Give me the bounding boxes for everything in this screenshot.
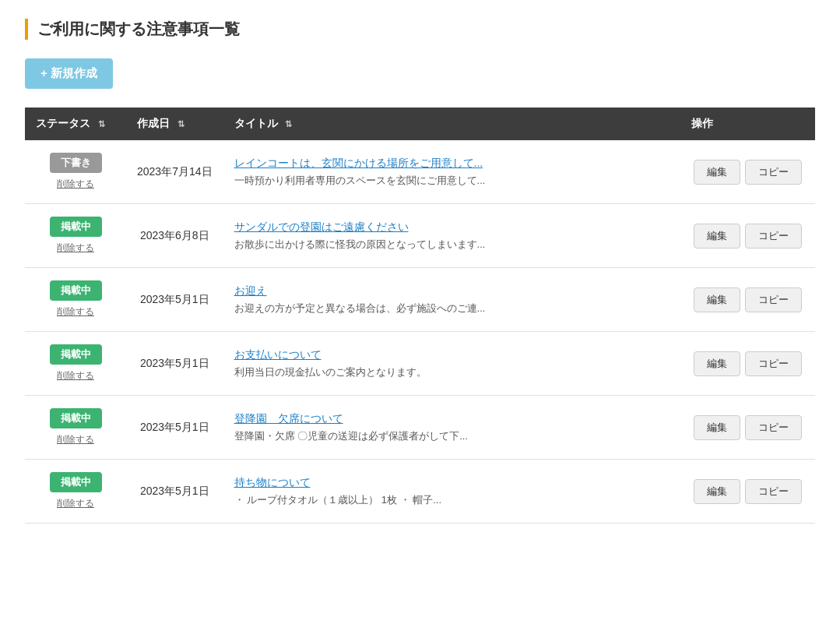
header-date: 作成日 ⇅ — [126, 108, 223, 140]
table-row: 掲載中削除する2023年6月8日サンダルでの登園はご遠慮くださいお散歩に出かける… — [25, 204, 815, 268]
status-cell: 掲載中削除する — [25, 268, 126, 332]
delete-link[interactable]: 削除する — [36, 497, 115, 510]
title-link[interactable]: レインコートは、玄関にかける場所をご用意して... — [234, 157, 670, 171]
status-badge: 掲載中 — [50, 472, 102, 492]
title-desc: 利用当日の現金払いのご案内となります。 — [234, 366, 427, 378]
header-status: ステータス ⇅ — [25, 108, 126, 140]
copy-button[interactable]: コピー — [745, 415, 802, 440]
title-desc: 登降園・欠席 〇児童の送迎は必ず保護者がして下... — [234, 430, 468, 442]
page-container: ご利用に関する注意事項一覧 + 新規作成 ステータス ⇅ 作成日 ⇅ タイトル … — [0, 0, 840, 542]
title-link[interactable]: 持ち物について — [234, 476, 670, 490]
table-header-row: ステータス ⇅ 作成日 ⇅ タイトル ⇅ 操作 — [25, 108, 815, 140]
sort-icon-date[interactable]: ⇅ — [177, 119, 185, 129]
delete-link[interactable]: 削除する — [36, 305, 115, 319]
status-badge: 下書き — [50, 153, 102, 173]
sort-icon-title[interactable]: ⇅ — [285, 119, 292, 129]
notices-table: ステータス ⇅ 作成日 ⇅ タイトル ⇅ 操作 下書き削除する2023年7月14… — [25, 108, 815, 524]
edit-button[interactable]: 編集 — [694, 479, 740, 504]
title-cell: サンダルでの登園はご遠慮くださいお散歩に出かける際に怪我の原因となってしまいます… — [223, 204, 680, 268]
delete-link[interactable]: 削除する — [36, 178, 115, 191]
title-link[interactable]: お迎え — [234, 284, 670, 298]
status-cell: 掲載中削除する — [25, 332, 126, 396]
copy-button[interactable]: コピー — [745, 224, 802, 249]
status-cell: 下書き削除する — [25, 140, 126, 204]
title-cell: お迎えお迎えの方が予定と異なる場合は、必ず施設へのご連... — [223, 268, 680, 332]
status-badge: 掲載中 — [50, 344, 102, 365]
date-cell: 2023年5月1日 — [126, 332, 223, 396]
edit-button[interactable]: 編集 — [694, 160, 740, 185]
edit-button[interactable]: 編集 — [694, 224, 740, 249]
page-title-wrapper: ご利用に関する注意事項一覧 — [25, 19, 815, 40]
title-desc: お迎えの方が予定と異なる場合は、必ず施設へのご連... — [234, 302, 486, 314]
title-desc: お散歩に出かける際に怪我の原因となってしまいます... — [234, 238, 486, 250]
title-cell: レインコートは、玄関にかける場所をご用意して...一時預かり利用者専用のスペース… — [223, 140, 680, 204]
action-cell: 編集コピー — [680, 140, 815, 204]
date-cell: 2023年6月8日 — [126, 204, 223, 268]
table-row: 掲載中削除する2023年5月1日お迎えお迎えの方が予定と異なる場合は、必ず施設へ… — [25, 268, 815, 332]
page-title: ご利用に関する注意事項一覧 — [37, 19, 240, 40]
copy-button[interactable]: コピー — [745, 351, 802, 376]
copy-button[interactable]: コピー — [745, 479, 802, 504]
status-badge: 掲載中 — [50, 408, 102, 428]
title-link[interactable]: お支払いについて — [234, 348, 670, 362]
edit-button[interactable]: 編集 — [694, 351, 740, 376]
action-cell: 編集コピー — [680, 396, 815, 460]
status-badge: 掲載中 — [50, 280, 102, 301]
status-cell: 掲載中削除する — [25, 396, 126, 460]
status-badge: 掲載中 — [50, 217, 102, 237]
table-row: 掲載中削除する2023年5月1日登降園 欠席について登降園・欠席 〇児童の送迎は… — [25, 396, 815, 460]
table-row: 掲載中削除する2023年5月1日お支払いについて利用当日の現金払いのご案内となり… — [25, 332, 815, 396]
edit-button[interactable]: 編集 — [694, 287, 740, 312]
action-cell: 編集コピー — [680, 268, 815, 332]
action-cell: 編集コピー — [680, 204, 815, 268]
edit-button[interactable]: 編集 — [694, 415, 740, 440]
header-action: 操作 — [680, 108, 815, 140]
title-link[interactable]: 登降園 欠席について — [234, 412, 670, 426]
date-cell: 2023年7月14日 — [126, 140, 223, 204]
title-cell: 持ち物について・ ループ付タオル（１歳以上） 1枚 ・ 帽子... — [223, 460, 680, 524]
action-cell: 編集コピー — [680, 332, 815, 396]
delete-link[interactable]: 削除する — [36, 433, 115, 446]
sort-icon-status[interactable]: ⇅ — [98, 119, 105, 129]
copy-button[interactable]: コピー — [745, 160, 802, 185]
delete-link[interactable]: 削除する — [36, 369, 115, 383]
date-cell: 2023年5月1日 — [126, 396, 223, 460]
title-desc: ・ ループ付タオル（１歳以上） 1枚 ・ 帽子... — [234, 494, 442, 506]
status-cell: 掲載中削除する — [25, 460, 126, 524]
title-cell: お支払いについて利用当日の現金払いのご案内となります。 — [223, 332, 680, 396]
delete-link[interactable]: 削除する — [36, 241, 115, 255]
table-row: 下書き削除する2023年7月14日レインコートは、玄関にかける場所をご用意して.… — [25, 140, 815, 204]
table-row: 掲載中削除する2023年5月1日持ち物について・ ループ付タオル（１歳以上） 1… — [25, 460, 815, 524]
date-cell: 2023年5月1日 — [126, 268, 223, 332]
date-cell: 2023年5月1日 — [126, 460, 223, 524]
action-cell: 編集コピー — [680, 460, 815, 524]
header-title: タイトル ⇅ — [223, 108, 680, 140]
title-cell: 登降園 欠席について登降園・欠席 〇児童の送迎は必ず保護者がして下... — [223, 396, 680, 460]
status-cell: 掲載中削除する — [25, 204, 126, 268]
title-link[interactable]: サンダルでの登園はご遠慮ください — [234, 220, 670, 234]
copy-button[interactable]: コピー — [745, 287, 802, 312]
new-create-button[interactable]: + 新規作成 — [25, 58, 113, 89]
title-desc: 一時預かり利用者専用のスペースを玄関にご用意して... — [234, 175, 486, 186]
